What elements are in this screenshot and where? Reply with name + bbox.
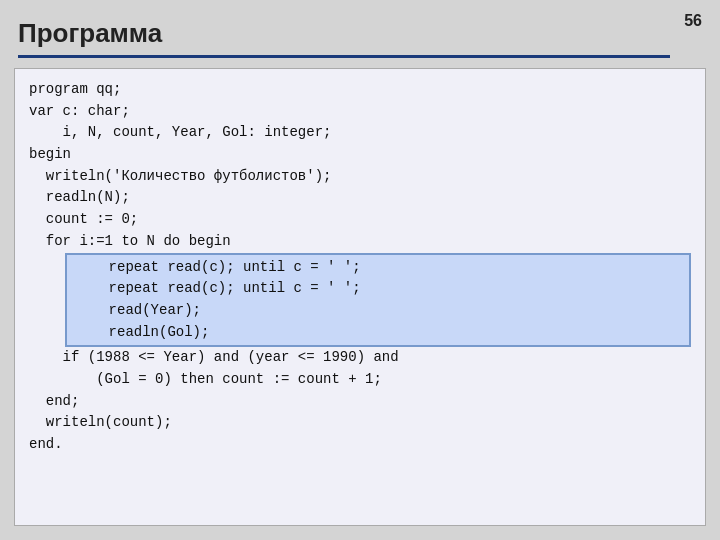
- code-line-6: readln(N);: [29, 187, 691, 209]
- code-line-9: repeat read(c); until c = ' ';: [75, 257, 681, 279]
- code-line-16: writeln(count);: [29, 412, 691, 434]
- code-line-7: count := 0;: [29, 209, 691, 231]
- highlighted-block: repeat read(c); until c = ' '; repeat re…: [65, 253, 691, 348]
- code-line-17: end.: [29, 434, 691, 456]
- code-line-8: for i:=1 to N do begin: [29, 231, 691, 253]
- code-line-15: end;: [29, 391, 691, 413]
- code-line-5: writeln('Количество футболистов');: [29, 166, 691, 188]
- code-line-14: (Gol = 0) then count := count + 1;: [29, 369, 691, 391]
- code-line-10: repeat read(c); until c = ' ';: [75, 278, 681, 300]
- slide-number: 56: [684, 12, 702, 30]
- code-line-2: var c: char;: [29, 101, 691, 123]
- slide: 56 Программа program qq; var c: char; i,…: [0, 0, 720, 540]
- code-line-13: if (1988 <= Year) and (year <= 1990) and: [29, 347, 691, 369]
- code-line-3: i, N, count, Year, Gol: integer;: [29, 122, 691, 144]
- title-bar: Программа: [18, 18, 670, 58]
- code-line-12: readln(Gol);: [75, 322, 681, 344]
- code-area: program qq; var c: char; i, N, count, Ye…: [14, 68, 706, 526]
- code-line-4: begin: [29, 144, 691, 166]
- code-line-11: read(Year);: [75, 300, 681, 322]
- title-divider: [18, 55, 670, 58]
- slide-title: Программа: [18, 18, 670, 49]
- code-line-1: program qq;: [29, 79, 691, 101]
